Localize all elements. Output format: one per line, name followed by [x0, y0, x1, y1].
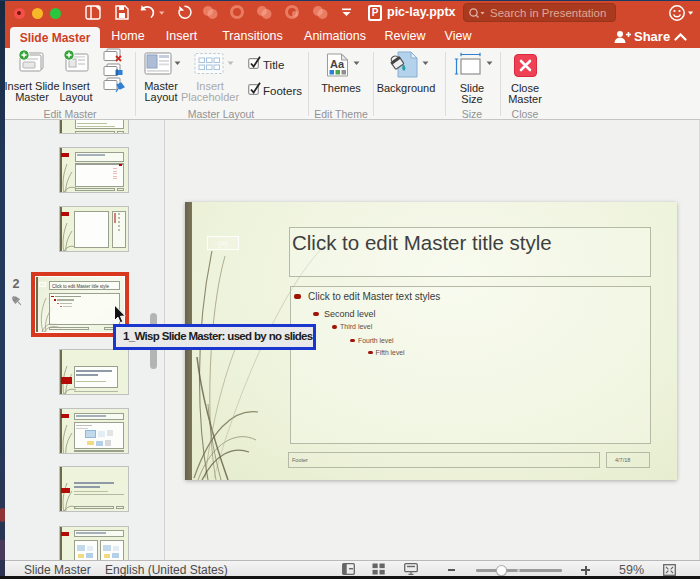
svg-text:Aa: Aa	[330, 58, 345, 70]
